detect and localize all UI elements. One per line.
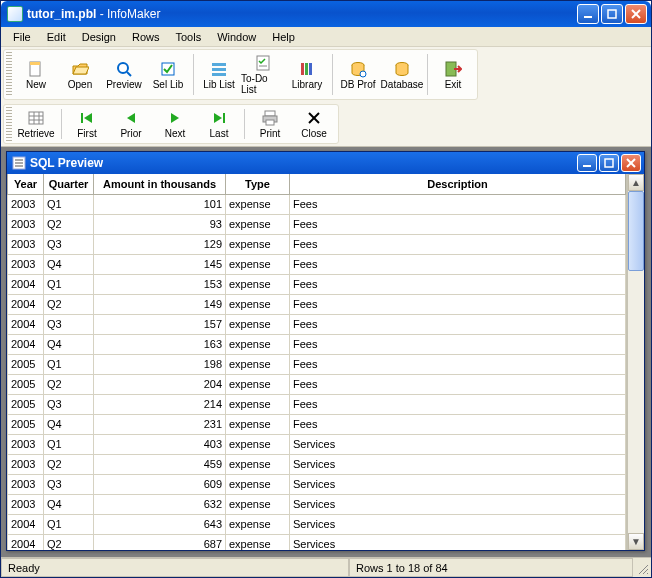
sel-lib-button[interactable]: Sel Lib xyxy=(146,52,190,97)
cell[interactable]: Services xyxy=(290,494,626,514)
cell[interactable]: Q2 xyxy=(44,534,94,550)
cell[interactable]: expense xyxy=(226,214,290,234)
last-button[interactable]: Last xyxy=(197,107,241,141)
cell[interactable]: expense xyxy=(226,394,290,414)
cell[interactable]: expense xyxy=(226,314,290,334)
cell[interactable]: Fees xyxy=(290,334,626,354)
cell[interactable]: 643 xyxy=(94,514,226,534)
cell[interactable]: 157 xyxy=(94,314,226,334)
cell[interactable]: 2005 xyxy=(8,374,44,394)
minimize-button[interactable] xyxy=(577,4,599,24)
cell[interactable]: Q4 xyxy=(44,414,94,434)
cell[interactable]: 2003 xyxy=(8,434,44,454)
cell[interactable]: 198 xyxy=(94,354,226,374)
cell[interactable]: 403 xyxy=(94,434,226,454)
table-row[interactable]: 2005Q4231expenseFees xyxy=(8,414,626,434)
column-header[interactable]: Description xyxy=(290,174,626,194)
cell[interactable]: expense xyxy=(226,414,290,434)
cell[interactable]: expense xyxy=(226,534,290,550)
lib-list-button[interactable]: Lib List xyxy=(197,52,241,97)
table-row[interactable]: 2004Q1153expenseFees xyxy=(8,274,626,294)
cell[interactable]: Q2 xyxy=(44,454,94,474)
menu-help[interactable]: Help xyxy=(264,29,303,45)
cell[interactable]: 609 xyxy=(94,474,226,494)
table-row[interactable]: 2005Q3214expenseFees xyxy=(8,394,626,414)
table-row[interactable]: 2003Q1403expenseServices xyxy=(8,434,626,454)
cell[interactable]: 632 xyxy=(94,494,226,514)
new-button[interactable]: New xyxy=(14,52,58,97)
table-row[interactable]: 2005Q1198expenseFees xyxy=(8,354,626,374)
exit-button[interactable]: Exit xyxy=(431,52,475,97)
table-row[interactable]: 2004Q2149expenseFees xyxy=(8,294,626,314)
library-button[interactable]: Library xyxy=(285,52,329,97)
menu-file[interactable]: File xyxy=(5,29,39,45)
vertical-scrollbar[interactable]: ▲ ▼ xyxy=(627,174,644,550)
toolbar-grip[interactable] xyxy=(6,107,12,141)
cell[interactable]: 2005 xyxy=(8,414,44,434)
table-row[interactable]: 2004Q2687expenseServices xyxy=(8,534,626,550)
first-button[interactable]: First xyxy=(65,107,109,141)
cell[interactable]: 101 xyxy=(94,194,226,214)
todo-list-button[interactable]: To-Do List xyxy=(241,52,285,97)
cell[interactable]: Q4 xyxy=(44,334,94,354)
retrieve-button[interactable]: Retrieve xyxy=(14,107,58,141)
prior-button[interactable]: Prior xyxy=(109,107,153,141)
cell[interactable]: Q1 xyxy=(44,354,94,374)
cell[interactable]: Q2 xyxy=(44,294,94,314)
cell[interactable]: expense xyxy=(226,454,290,474)
cell[interactable]: Q3 xyxy=(44,394,94,414)
cell[interactable]: 2003 xyxy=(8,474,44,494)
resize-grip[interactable] xyxy=(633,558,651,577)
child-close-button[interactable] xyxy=(621,154,641,172)
close-button[interactable]: Close xyxy=(292,107,336,141)
cell[interactable]: Q3 xyxy=(44,474,94,494)
cell[interactable]: 2003 xyxy=(8,234,44,254)
cell[interactable]: Q4 xyxy=(44,494,94,514)
next-button[interactable]: Next xyxy=(153,107,197,141)
cell[interactable]: 145 xyxy=(94,254,226,274)
cell[interactable]: expense xyxy=(226,274,290,294)
cell[interactable]: 163 xyxy=(94,334,226,354)
cell[interactable]: 231 xyxy=(94,414,226,434)
cell[interactable]: Fees xyxy=(290,194,626,214)
table-row[interactable]: 2004Q4163expenseFees xyxy=(8,334,626,354)
scroll-up-button[interactable]: ▲ xyxy=(628,174,644,191)
cell[interactable]: 2003 xyxy=(8,454,44,474)
cell[interactable]: Services xyxy=(290,454,626,474)
cell[interactable]: expense xyxy=(226,234,290,254)
cell[interactable]: 2004 xyxy=(8,334,44,354)
cell[interactable]: Fees xyxy=(290,274,626,294)
cell[interactable]: 153 xyxy=(94,274,226,294)
cell[interactable]: Q2 xyxy=(44,374,94,394)
cell[interactable]: 2003 xyxy=(8,214,44,234)
cell[interactable]: expense xyxy=(226,254,290,274)
cell[interactable]: 2003 xyxy=(8,494,44,514)
cell[interactable]: Services xyxy=(290,434,626,454)
cell[interactable]: Fees xyxy=(290,234,626,254)
cell[interactable]: 2005 xyxy=(8,394,44,414)
cell[interactable]: 2004 xyxy=(8,274,44,294)
column-header[interactable]: Year xyxy=(8,174,44,194)
cell[interactable]: expense xyxy=(226,374,290,394)
db-prof-button[interactable]: DB Prof xyxy=(336,52,380,97)
cell[interactable]: 149 xyxy=(94,294,226,314)
cell[interactable]: 459 xyxy=(94,454,226,474)
child-maximize-button[interactable] xyxy=(599,154,619,172)
column-header[interactable]: Amount in thousands xyxy=(94,174,226,194)
cell[interactable]: 2004 xyxy=(8,534,44,550)
cell[interactable]: Services xyxy=(290,534,626,550)
data-grid[interactable]: YearQuarterAmount in thousandsTypeDescri… xyxy=(7,174,627,550)
cell[interactable]: Fees xyxy=(290,414,626,434)
cell[interactable]: Services xyxy=(290,474,626,494)
open-button[interactable]: Open xyxy=(58,52,102,97)
print-button[interactable]: Print xyxy=(248,107,292,141)
cell[interactable]: 2005 xyxy=(8,354,44,374)
cell[interactable]: Q4 xyxy=(44,254,94,274)
cell[interactable]: 204 xyxy=(94,374,226,394)
cell[interactable]: 2004 xyxy=(8,514,44,534)
cell[interactable]: Q3 xyxy=(44,234,94,254)
database-button[interactable]: Database xyxy=(380,52,424,97)
table-row[interactable]: 2003Q3129expenseFees xyxy=(8,234,626,254)
cell[interactable]: Q1 xyxy=(44,514,94,534)
table-row[interactable]: 2003Q4145expenseFees xyxy=(8,254,626,274)
